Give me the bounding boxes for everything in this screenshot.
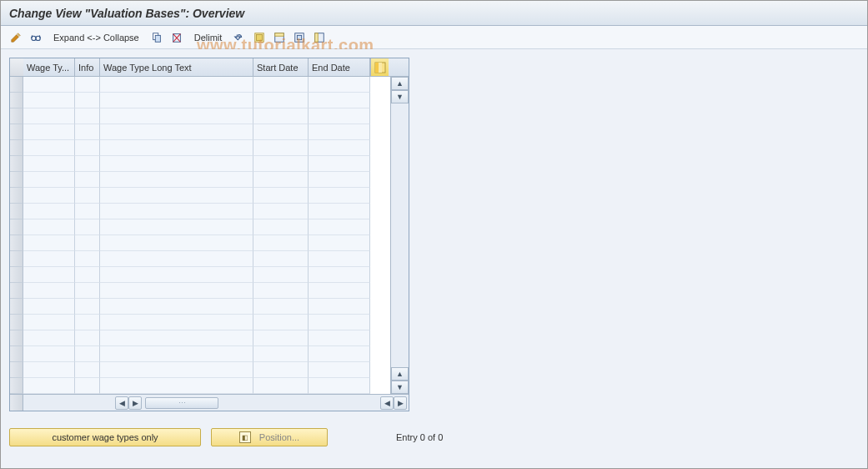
row-selector[interactable] [10,124,23,140]
cell-wage-type[interactable] [23,172,75,188]
table-row[interactable] [10,235,390,251]
row-selector-header[interactable] [10,58,23,76]
row-selector[interactable] [10,77,23,93]
hscroll-left-step-button[interactable]: ◀ [380,396,394,410]
cell-start-date[interactable] [253,140,309,156]
cell-info[interactable] [75,140,100,156]
cell-wage-type[interactable] [23,124,75,140]
cell-wage-type[interactable] [23,362,75,378]
cell-start-date[interactable] [253,315,309,330]
table-row[interactable] [10,330,390,346]
row-selector[interactable] [10,267,23,283]
table-row[interactable] [10,77,390,93]
row-selector[interactable] [10,346,23,362]
scroll-up-button[interactable]: ▲ [391,77,409,90]
table-row[interactable] [10,299,390,315]
row-selector[interactable] [10,283,23,299]
vertical-scrollbar[interactable]: ▲ ▼ ▲ ▼ [390,77,409,394]
cell-start-date[interactable] [253,251,309,267]
cell-wage-type[interactable] [23,219,75,235]
cell-start-date[interactable] [253,204,309,219]
cell-start-date[interactable] [253,267,309,283]
cell-wage-long-text[interactable] [100,124,253,140]
col-header-end-date[interactable]: End Date [309,58,370,76]
cell-wage-type[interactable] [23,93,75,108]
cell-info[interactable] [75,330,100,346]
cell-end-date[interactable] [309,140,370,156]
cell-wage-long-text[interactable] [100,315,253,330]
row-selector[interactable] [10,156,23,172]
table-row[interactable] [10,188,390,204]
cell-start-date[interactable] [253,283,309,299]
cell-wage-long-text[interactable] [100,172,253,188]
cell-info[interactable] [75,219,100,235]
table-row[interactable] [10,283,390,299]
cell-info[interactable] [75,93,100,108]
cell-wage-long-text[interactable] [100,267,253,283]
row-selector[interactable] [10,219,23,235]
edit-button[interactable] [8,29,24,46]
table-row[interactable] [10,108,390,124]
cell-start-date[interactable] [253,362,309,378]
cell-wage-long-text[interactable] [100,235,253,251]
cell-end-date[interactable] [309,172,370,188]
configure-button[interactable] [311,29,328,46]
cell-wage-long-text[interactable] [100,378,253,394]
row-selector[interactable] [10,362,23,378]
cell-wage-long-text[interactable] [100,204,253,219]
cell-start-date[interactable] [253,156,309,172]
cell-end-date[interactable] [309,330,370,346]
details-button[interactable] [28,29,44,46]
cell-start-date[interactable] [253,188,309,204]
row-selector[interactable] [10,330,23,346]
row-selector[interactable] [10,315,23,330]
cell-end-date[interactable] [309,346,370,362]
row-selector[interactable] [10,172,23,188]
cell-end-date[interactable] [309,188,370,204]
cell-start-date[interactable] [253,346,309,362]
cell-info[interactable] [75,188,100,204]
delete-button[interactable] [168,29,185,46]
table-row[interactable] [10,204,390,219]
cell-wage-long-text[interactable] [100,251,253,267]
cell-wage-type[interactable] [23,299,75,315]
cell-info[interactable] [75,156,100,172]
cell-wage-long-text[interactable] [100,346,253,362]
copy-button[interactable] [148,29,165,46]
cell-info[interactable] [75,315,100,330]
cell-start-date[interactable] [253,378,309,394]
cell-end-date[interactable] [309,108,370,124]
cell-info[interactable] [75,346,100,362]
cell-wage-long-text[interactable] [100,140,253,156]
position-button[interactable]: ◧ Position... [211,428,328,446]
cell-start-date[interactable] [253,219,309,235]
cell-wage-type[interactable] [23,235,75,251]
table-row[interactable] [10,156,390,172]
table-row[interactable] [10,172,390,188]
cell-info[interactable] [75,299,100,315]
cell-end-date[interactable] [309,362,370,378]
table-row[interactable] [10,124,390,140]
cell-start-date[interactable] [253,77,309,93]
cell-wage-type[interactable] [23,283,75,299]
cell-start-date[interactable] [253,235,309,251]
row-selector[interactable] [10,140,23,156]
table-row[interactable] [10,378,390,394]
cell-wage-long-text[interactable] [100,283,253,299]
hscroll-right-step-button[interactable]: ▶ [128,396,142,410]
table-row[interactable] [10,267,390,283]
hscroll-track[interactable]: ◀ ▶ ⋯ ◀ ▶ [23,395,409,411]
cell-wage-type[interactable] [23,204,75,219]
col-header-wage-long-text[interactable]: Wage Type Long Text [100,58,253,76]
delimit-button[interactable]: Delimit [188,29,228,46]
cell-wage-long-text[interactable] [100,108,253,124]
scroll-up-step-button[interactable]: ▲ [391,367,409,381]
cell-info[interactable] [75,283,100,299]
cell-end-date[interactable] [309,219,370,235]
table-row[interactable] [10,251,390,267]
row-selector[interactable] [10,299,23,315]
cell-wage-type[interactable] [23,140,75,156]
table-row[interactable] [10,140,390,156]
scroll-down-step-button[interactable]: ▼ [391,90,409,103]
row-selector[interactable] [10,108,23,124]
